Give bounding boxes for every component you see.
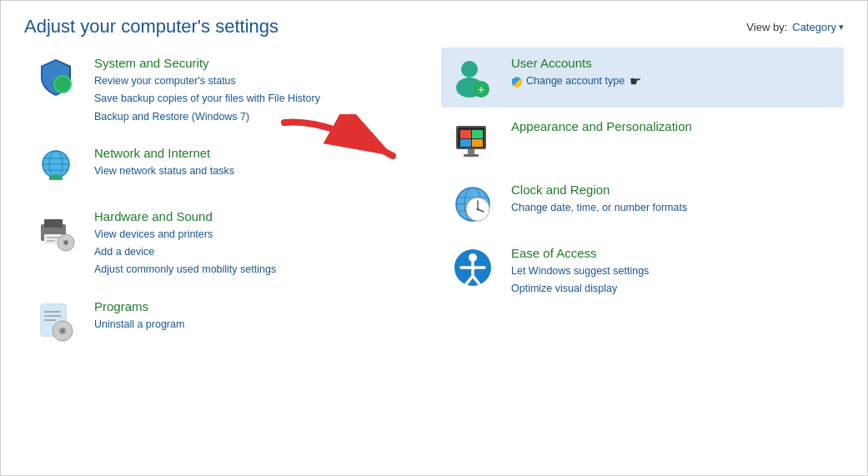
svg-rect-22 <box>44 319 56 321</box>
ease-of-access-icon <box>451 246 494 289</box>
category-user-accounts: + User Accounts <box>441 48 844 108</box>
view-by-control: View by: Category <box>746 21 844 33</box>
system-security-link-2[interactable]: Save backup copies of your files with Fi… <box>94 90 434 108</box>
cursor-pointer-icon: ☛ <box>630 73 641 89</box>
change-account-container: Change account type ☛ <box>511 73 837 90</box>
svg-point-17 <box>65 241 68 243</box>
hardware-icon <box>34 209 78 253</box>
appearance-icon-container <box>448 119 498 163</box>
svg-rect-11 <box>44 219 63 228</box>
appearance-title: Appearance and Personalization <box>511 119 837 133</box>
programs-link-1[interactable]: Uninstall a program <box>94 316 434 333</box>
hardware-link-2[interactable]: Add a device <box>94 243 434 261</box>
main-content: System and Security Review your computer… <box>1 48 867 371</box>
svg-point-2 <box>55 77 70 92</box>
system-security-icon-container <box>31 56 81 99</box>
system-security-link-3[interactable]: Backup and Restore (Windows 7) <box>94 108 434 126</box>
clock-region-icon <box>451 183 494 226</box>
page-header: Adjust your computer's settings View by:… <box>1 1 867 48</box>
system-security-icon <box>34 56 78 99</box>
svg-rect-35 <box>472 139 483 147</box>
category-ease-of-access: Ease of Access Let Windows suggest setti… <box>441 238 844 307</box>
network-icon <box>34 146 78 189</box>
page-title: Adjust your computer's settings <box>24 16 278 38</box>
clock-link-1[interactable]: Change date, time, or number formats <box>511 199 837 217</box>
svg-rect-32 <box>460 130 471 138</box>
network-title: Network and Internet <box>94 146 434 160</box>
category-clock: Clock and Region Change date, time, or n… <box>441 174 844 234</box>
hardware-title: Hardware and Sound <box>94 209 434 223</box>
ease-icon-container <box>448 246 498 289</box>
svg-text:+: + <box>478 83 484 96</box>
network-text: Network and Internet View network status… <box>94 146 434 180</box>
user-accounts-text: User Accounts <box>511 56 837 90</box>
view-by-label: View by: <box>746 21 787 33</box>
category-system-security: System and Security Review your computer… <box>24 48 441 134</box>
appearance-icon <box>451 119 494 163</box>
hardware-link-1[interactable]: View devices and printers <box>94 226 434 243</box>
svg-rect-34 <box>460 139 471 147</box>
svg-rect-37 <box>464 154 479 157</box>
programs-title: Programs <box>94 299 434 313</box>
ease-text: Ease of Access Let Windows suggest setti… <box>511 246 837 298</box>
appearance-text: Appearance and Personalization <box>511 119 837 136</box>
category-hardware: Hardware and Sound View devices and prin… <box>24 201 441 288</box>
svg-point-25 <box>61 329 64 333</box>
svg-rect-13 <box>47 237 60 238</box>
user-accounts-icon-container: + <box>448 56 498 99</box>
programs-icon-container <box>31 299 81 343</box>
svg-rect-33 <box>472 130 483 138</box>
system-security-text: System and Security Review your computer… <box>94 56 434 126</box>
columns-container: System and Security Review your computer… <box>1 48 867 371</box>
user-accounts-icon: + <box>451 56 494 99</box>
svg-rect-9 <box>53 174 58 178</box>
network-link-1[interactable]: View network status and tasks <box>94 163 434 180</box>
uac-shield-icon <box>511 76 523 88</box>
svg-rect-20 <box>44 311 61 313</box>
system-security-link-1[interactable]: Review your computer's status <box>94 73 434 90</box>
right-column: + User Accounts <box>441 48 844 354</box>
hardware-text: Hardware and Sound View devices and prin… <box>94 209 434 279</box>
svg-point-26 <box>461 61 478 78</box>
clock-icon-container <box>448 183 498 226</box>
svg-rect-36 <box>468 149 474 154</box>
hardware-link-3[interactable]: Adjust commonly used mobility settings <box>94 261 434 278</box>
ease-link-2[interactable]: Optimize visual display <box>511 280 837 298</box>
category-appearance: Appearance and Personalization <box>441 111 844 171</box>
svg-rect-21 <box>44 315 61 317</box>
user-accounts-title: User Accounts <box>511 56 837 70</box>
category-programs: Programs Uninstall a program <box>24 291 441 351</box>
ease-title: Ease of Access <box>511 246 837 260</box>
hardware-icon-container <box>31 209 81 253</box>
network-icon-container <box>31 146 81 189</box>
left-column: System and Security Review your computer… <box>24 48 441 354</box>
category-network: Network and Internet View network status… <box>24 138 441 198</box>
ease-link-1[interactable]: Let Windows suggest settings <box>511 263 837 280</box>
programs-icon <box>34 299 78 343</box>
change-account-type-link[interactable]: Change account type <box>526 73 625 90</box>
view-by-dropdown[interactable]: Category <box>792 21 844 33</box>
clock-title: Clock and Region <box>511 183 837 197</box>
system-security-title: System and Security <box>94 56 434 70</box>
svg-rect-14 <box>47 240 55 242</box>
clock-text: Clock and Region Change date, time, or n… <box>511 183 837 217</box>
programs-text: Programs Uninstall a program <box>94 299 434 333</box>
